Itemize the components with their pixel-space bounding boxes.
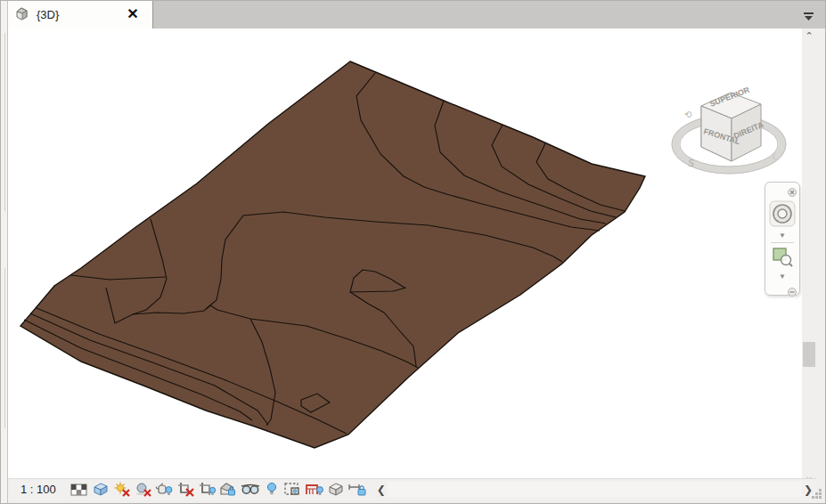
steering-wheel-options-caret[interactable]: ▼ [779, 232, 786, 240]
reveal-hidden-elements-button[interactable] [261, 481, 282, 499]
view-scale-button[interactable]: 1 : 100 [20, 483, 56, 496]
drawing-area[interactable]: ⟲ S L SUPERIOR FRONTAL DIREITA [8, 28, 804, 478]
show-analytical-model-button[interactable] [304, 481, 325, 499]
reveal-constraints-button[interactable] [347, 481, 368, 499]
tab-close-icon[interactable]: ✕ [126, 6, 140, 22]
show-rendering-dialog-button[interactable] [154, 481, 176, 499]
navigation-bar: ▼ ▼ [765, 182, 800, 296]
navbar-divider [771, 242, 794, 243]
shadows-off-button[interactable] [133, 481, 154, 499]
hscroll-left-arrow[interactable]: ❮ [377, 484, 386, 496]
sun-path-off-button[interactable] [111, 481, 133, 499]
view-control-bar: 1 : 100 [8, 478, 816, 500]
viewcube[interactable]: ⟲ S L SUPERIOR FRONTAL DIREITA [665, 75, 794, 182]
temporary-hide-isolate-button[interactable] [240, 481, 261, 499]
vertical-scrollbar-thumb[interactable] [803, 342, 815, 367]
navbar-collapse-icon[interactable] [788, 284, 797, 300]
visual-style-button[interactable] [90, 481, 111, 499]
temporary-view-properties-button[interactable] [282, 481, 304, 499]
show-crop-region-button[interactable] [197, 481, 218, 499]
tab-list-dropdown-icon[interactable] [803, 9, 814, 25]
tab-3d-view[interactable]: {3D} ✕ [8, 1, 153, 28]
vertical-scrollbar[interactable]: ⌃ ⌄ [802, 28, 816, 484]
compass-east-label: L [773, 151, 778, 161]
compass-rotate-icon[interactable]: ⟲ [684, 110, 692, 119]
locked-3d-view-button[interactable] [218, 481, 240, 499]
revit-view-window: {3D} ✕ ⟲ S L [0, 0, 826, 504]
scroll-up-arrow[interactable]: ⌃ [802, 28, 816, 44]
zoom-region-button[interactable] [771, 245, 794, 272]
steering-wheel-button[interactable] [769, 200, 796, 231]
compass-south-label: S [688, 159, 694, 168]
navbar-close-icon[interactable] [788, 184, 797, 200]
crop-view-off-button[interactable] [176, 481, 197, 499]
3d-view-icon [14, 6, 29, 24]
left-panel-splitter[interactable] [1, 1, 8, 503]
splitter-line [4, 33, 5, 211]
tab-label: {3D} [37, 8, 59, 21]
highlight-displacement-sets-button[interactable] [325, 481, 347, 499]
viewcube-cube[interactable]: SUPERIOR FRONTAL DIREITA [701, 85, 765, 161]
view-tab-bar: {3D} ✕ [8, 1, 825, 28]
window-resize-grip[interactable] [811, 488, 823, 500]
detail-level-button[interactable] [69, 481, 90, 499]
splitter-line [4, 268, 5, 428]
zoom-options-caret[interactable]: ▼ [779, 272, 786, 280]
horizontal-scrollbar-track[interactable] [388, 482, 802, 497]
